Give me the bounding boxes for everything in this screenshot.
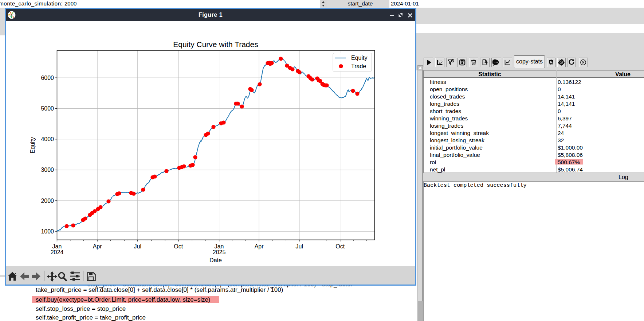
svg-text:6000: 6000 xyxy=(41,75,54,81)
svg-text:4000: 4000 xyxy=(41,136,54,142)
svg-text:2000: 2000 xyxy=(41,198,54,204)
svg-text:Jul: Jul xyxy=(134,243,141,250)
svg-text:Jul: Jul xyxy=(296,243,303,250)
svg-text:Apr: Apr xyxy=(93,243,102,250)
svg-text:Apr: Apr xyxy=(255,243,264,250)
svg-text:Trade: Trade xyxy=(351,63,366,69)
svg-text:Jan: Jan xyxy=(215,243,224,250)
svg-text:2025: 2025 xyxy=(213,249,226,255)
svg-text:Oct: Oct xyxy=(174,243,183,250)
svg-text:Jan: Jan xyxy=(52,243,62,250)
svg-text:2024: 2024 xyxy=(51,249,64,255)
svg-text:5000: 5000 xyxy=(41,105,54,112)
svg-text:Equity: Equity xyxy=(351,55,367,61)
svg-text:Equity: Equity xyxy=(30,137,36,153)
svg-text:1000: 1000 xyxy=(41,228,54,235)
svg-text:3000: 3000 xyxy=(41,167,54,173)
svg-text:Equity Curve with Trades: Equity Curve with Trades xyxy=(173,40,258,49)
svg-text:Date: Date xyxy=(209,257,222,263)
svg-text:Oct: Oct xyxy=(335,243,345,250)
